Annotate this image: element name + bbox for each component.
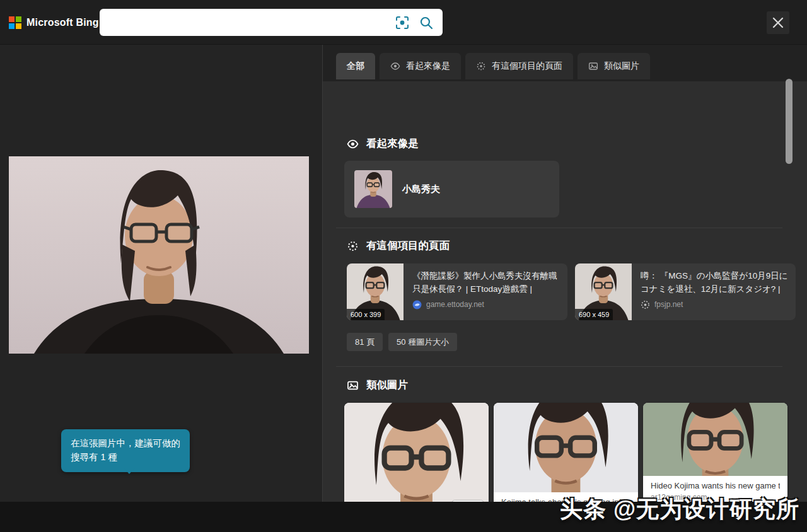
query-image[interactable] <box>9 156 309 354</box>
similar-caption-text: Hideo Kojima wants his new game t... <box>651 481 780 490</box>
image-size-badge: 600 x 399 <box>347 309 385 320</box>
tab-looks-like-label: 看起來像是 <box>406 61 450 72</box>
section-similar-header: 類似圖片 <box>347 378 408 392</box>
section-looks-like-title: 看起來像是 <box>366 137 419 151</box>
page-result-title: 噂： 『MGS』の小島監督が10月9日にコナミを退社、12月に新スタジオ? | <box>641 270 788 296</box>
search-bar[interactable] <box>100 9 443 36</box>
tooltip-line2: 搜尋有 1 種 <box>71 450 180 464</box>
close-button[interactable] <box>767 11 789 34</box>
image-size-badge: 690 x 459 <box>575 309 613 320</box>
top-bar: Microsoft Bing <box>0 0 807 45</box>
similar-image-card[interactable]: O mestre atual dos games que foi in... P… <box>344 403 489 502</box>
page-result-site: game.ettoday.net <box>426 300 484 309</box>
query-image-photo <box>9 156 309 354</box>
search-input[interactable] <box>100 9 395 36</box>
suggestion-tooltip: 在這張圖片中，建議可做的 搜尋有 1 種 <box>61 429 190 472</box>
entity-card[interactable]: 小島秀夫 <box>344 161 559 217</box>
brand-title: Microsoft Bing <box>26 0 99 45</box>
section-divider <box>336 228 782 228</box>
page-result-site: fpsjp.net <box>654 300 683 309</box>
similar-image-card[interactable]: Kojima talks about his gaming influe... … <box>494 403 638 502</box>
image-icon <box>588 61 598 71</box>
tab-pages-with-item-label: 有這個項目的頁面 <box>492 61 562 72</box>
similar-image <box>643 403 787 476</box>
site-favicon <box>641 300 650 309</box>
section-pages-title: 有這個項目的頁面 <box>366 239 450 253</box>
visual-search-icon[interactable] <box>395 15 410 30</box>
tab-looks-like[interactable]: 看起來像是 <box>380 53 461 79</box>
similar-column: O mestre atual dos games que foi in... P… <box>344 403 489 502</box>
page-result-body: 《潛龍諜影》製作人小島秀夫沒有離職只是休長假？ | ETtoday遊戲雲 | g… <box>404 263 567 320</box>
page-result-title: 《潛龍諜影》製作人小島秀夫沒有離職只是休長假？ | ETtoday遊戲雲 | <box>412 270 560 296</box>
watermark-text: 头条 @无为设计研究所 <box>560 494 799 525</box>
content-area: 在這張圖片中，建議可做的 搜尋有 1 種 1 圖像式搜尋 <box>0 45 807 502</box>
image-sizes-chip[interactable]: 50 種圖片大小 <box>388 333 457 351</box>
search-icon[interactable] <box>419 15 434 30</box>
page-result-thumbnail: 690 x 459 <box>575 263 632 320</box>
similar-column: Hideo Kojima wants his new game t... ar1… <box>643 403 787 502</box>
scrollbar-thumb[interactable] <box>786 79 792 164</box>
tab-all[interactable]: 全部 <box>336 53 375 79</box>
site-favicon <box>412 300 422 309</box>
eye-icon <box>347 138 359 150</box>
tab-similar-images-label: 類似圖片 <box>604 61 639 72</box>
tooltip-arrow <box>124 468 135 474</box>
result-tabs: 全部 看起來像是 有這個項目的頁面 <box>336 53 650 79</box>
page-count-chip[interactable]: 81 頁 <box>347 333 383 351</box>
section-similar-title: 類似圖片 <box>366 378 408 392</box>
page-result-body: 噂： 『MGS』の小島監督が10月9日にコナミを退社、12月に新スタジオ? | … <box>632 263 796 320</box>
tab-similar-images[interactable]: 類似圖片 <box>578 53 650 79</box>
results-panel: 全部 看起來像是 有這個項目的頁面 <box>322 45 807 502</box>
tooltip-line1: 在這張圖片中，建議可做的 <box>71 436 180 450</box>
similar-column: Kojima talks about his gaming influe... … <box>494 403 638 502</box>
section-pages-header: 有這個項目的頁面 <box>347 239 450 253</box>
entity-name: 小島秀夫 <box>402 183 440 195</box>
filter-chips: 81 頁 50 種圖片大小 <box>347 333 457 351</box>
similar-image-card[interactable]: Hideo Kojima wants his new game t... ar1… <box>643 403 787 502</box>
section-looks-like-header: 看起來像是 <box>347 137 419 151</box>
microsoft-logo-icon <box>9 16 21 29</box>
page-result-card[interactable]: 690 x 459 噂： 『MGS』の小島監督が10月9日にコナミを退社、12月… <box>575 263 796 320</box>
results-scroll-area: 看起來像是 小島秀夫 <box>323 81 807 502</box>
bing-visual-search-window: Microsoft Bing <box>0 0 807 532</box>
close-icon <box>771 16 785 30</box>
section-divider <box>336 366 782 367</box>
page-result-thumbnail: 600 x 399 <box>347 263 404 320</box>
image-icon <box>347 379 359 391</box>
tab-pages-with-item[interactable]: 有這個項目的頁面 <box>465 53 573 79</box>
query-image-panel: 在這張圖片中，建議可做的 搜尋有 1 種 1 圖像式搜尋 <box>0 45 322 502</box>
tab-all-label: 全部 <box>347 61 364 72</box>
pages-icon <box>347 240 359 252</box>
similar-image <box>344 403 489 502</box>
eye-icon <box>390 61 400 71</box>
entity-thumbnail <box>354 170 392 208</box>
page-result-card[interactable]: 600 x 399 《潛龍諜影》製作人小島秀夫沒有離職只是休長假？ | ETto… <box>347 263 567 320</box>
similar-image <box>494 403 638 492</box>
pages-icon <box>476 61 486 71</box>
